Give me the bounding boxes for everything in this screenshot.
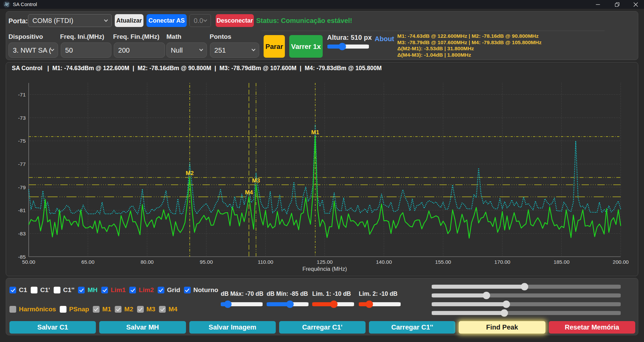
salvar-mh-button[interactable]: Salvar MH: [99, 321, 186, 334]
x-tick-label: 80.00: [140, 259, 154, 265]
chevron-down-icon: [203, 18, 207, 22]
chart-svg[interactable]: 50.0065.0080.0095.00110.00125.00140.0015…: [6, 62, 638, 276]
marker-info-line: Δ(M2-M1): -3.53dB | 31.800MHz: [397, 46, 541, 52]
slider-label: dB Mín: -85 dB: [267, 290, 308, 297]
checkbox-c1-[interactable]: [31, 287, 37, 293]
close-icon: [634, 2, 638, 7]
input-freq-fin-mhz-[interactable]: 200: [114, 42, 165, 58]
checkbox-harm-nicos[interactable]: [9, 306, 16, 313]
trace-mh: [29, 125, 621, 214]
parar-button[interactable]: Parar: [264, 35, 285, 58]
find-peak-button[interactable]: Find Peak: [459, 321, 545, 334]
checkbox-mh[interactable]: [78, 287, 85, 293]
checkbox-m2[interactable]: [115, 306, 122, 313]
select-pontos[interactable]: 251: [210, 42, 259, 58]
slider-label: Lim. 2: -10 dB: [359, 290, 398, 297]
checkbox-m4[interactable]: [159, 306, 166, 313]
x-tick-label: 200.00: [613, 259, 629, 265]
conectar-as-button[interactable]: Conectar AS: [146, 14, 187, 27]
minimize-button[interactable]: [590, 0, 605, 9]
chevron-down-icon: [50, 47, 54, 51]
y-tick-label: -71: [18, 92, 26, 97]
slider-db-m-n[interactable]: [267, 301, 308, 308]
restore-icon: [615, 2, 619, 7]
y-tick-label: -73: [18, 115, 26, 121]
field-value: 251: [214, 46, 226, 54]
desconectar-button[interactable]: Desconectar: [216, 14, 254, 27]
salvar-c1-button[interactable]: Salvar C1: [9, 321, 96, 334]
checkbox-item-m3: M3: [137, 306, 155, 313]
checkbox-item-lim2: Lim2: [129, 286, 154, 294]
y-tick-label: -77: [18, 161, 26, 167]
extra-slider-4[interactable]: [432, 309, 621, 317]
checkbox-psnap[interactable]: [60, 306, 66, 313]
carregar-c1--button[interactable]: Carregar C1': [279, 321, 366, 334]
checkbox-noturno[interactable]: [184, 287, 191, 293]
baud-select[interactable]: 0.0: [189, 14, 211, 27]
bottom-control-panel: C1C1'C1''MHLim1Lim2GridNoturno Harmônico…: [6, 278, 638, 335]
slider-lim-1[interactable]: [312, 301, 354, 308]
checkbox-c1-[interactable]: [54, 287, 60, 293]
select-dispositivo[interactable]: 3. NWT SA (4: [8, 42, 58, 58]
toolbar-panel: Porta: COM8 (FTDI) Atualizar Conectar AS…: [6, 11, 638, 60]
field-label-freq-fin-mhz-: Freq. Fin.(MHz): [113, 33, 159, 40]
marker-label-m3: M3: [252, 177, 260, 184]
slider-db-m-x[interactable]: [221, 301, 263, 308]
checkbox-label: M1: [102, 306, 111, 313]
port-select[interactable]: COM8 (FTDI): [28, 14, 112, 27]
port-select-value: COM8 (FTDI): [32, 17, 73, 25]
checkbox-label: M3: [146, 306, 155, 313]
extra-slider-3[interactable]: [432, 301, 621, 308]
varrer-1x-button[interactable]: Varrer 1x: [289, 35, 323, 58]
checkbox-label: C1': [40, 286, 50, 294]
chevron-down-icon: [199, 47, 203, 51]
field-label-math: Math: [166, 33, 181, 40]
checkbox-label: Noturno: [193, 286, 218, 294]
select-math[interactable]: Null: [166, 42, 207, 58]
checkbox-label: Harmônicos: [19, 306, 56, 313]
checkbox-lim1[interactable]: [101, 287, 108, 293]
x-tick-label: 155.00: [435, 259, 451, 265]
x-tick-label: 50.00: [22, 259, 35, 265]
checkbox-m3[interactable]: [137, 306, 144, 313]
toolbar-separator: [262, 31, 605, 31]
title-bar: SA Control: [0, 0, 644, 9]
altura-label: Altura: 510 px: [327, 34, 372, 41]
checkbox-label: C1: [19, 286, 27, 294]
y-tick-label: -85: [18, 254, 26, 260]
extra-slider-2[interactable]: [432, 292, 621, 299]
checkbox-label: C1'': [63, 286, 74, 294]
checkbox-label: Lim2: [139, 286, 154, 294]
x-tick-label: 95.00: [200, 259, 213, 265]
x-axis-title: Frequência (MHz): [302, 266, 347, 272]
resetar-mem-ria-button[interactable]: Resetar Memória: [549, 321, 635, 334]
checkbox-item-lim1: Lim1: [101, 286, 126, 294]
checkbox-m1[interactable]: [93, 306, 100, 313]
x-tick-label: 125.00: [317, 259, 333, 265]
close-button[interactable]: [628, 0, 643, 9]
checkbox-lim2[interactable]: [129, 287, 136, 293]
field-label-freq-ini-mhz-: Freq. Ini.(MHz): [60, 33, 104, 40]
about-link[interactable]: About: [375, 35, 394, 43]
checkbox-c1[interactable]: [9, 287, 16, 293]
checkbox-item-grid: Grid: [158, 286, 180, 294]
checkbox-item-m2: M2: [115, 306, 133, 313]
slider-label: Lim. 1: -10 dB: [312, 290, 351, 297]
field-value: 3. NWT SA (4: [13, 46, 51, 54]
carregar-c1--button[interactable]: Carregar C1'': [369, 321, 455, 334]
checkbox-item-noturno: Noturno: [184, 286, 218, 294]
input-freq-ini-mhz-[interactable]: 50: [61, 42, 111, 58]
field-value: 200: [118, 46, 130, 54]
extra-slider-1[interactable]: [432, 283, 621, 290]
maximize-button[interactable]: [610, 0, 624, 9]
altura-slider[interactable]: [327, 43, 369, 50]
salvar-imagem-button[interactable]: Salvar Imagem: [189, 321, 276, 334]
checkbox-grid[interactable]: [158, 287, 164, 293]
slider-lim-2[interactable]: [359, 301, 401, 308]
x-tick-label: 110.00: [258, 259, 273, 265]
checkbox-item-m1: M1: [93, 306, 111, 313]
porta-label: Porta:: [8, 17, 28, 25]
marker-label-m4: M4: [245, 189, 253, 196]
trace-c1: [29, 137, 621, 238]
atualizar-button[interactable]: Atualizar: [115, 14, 143, 27]
